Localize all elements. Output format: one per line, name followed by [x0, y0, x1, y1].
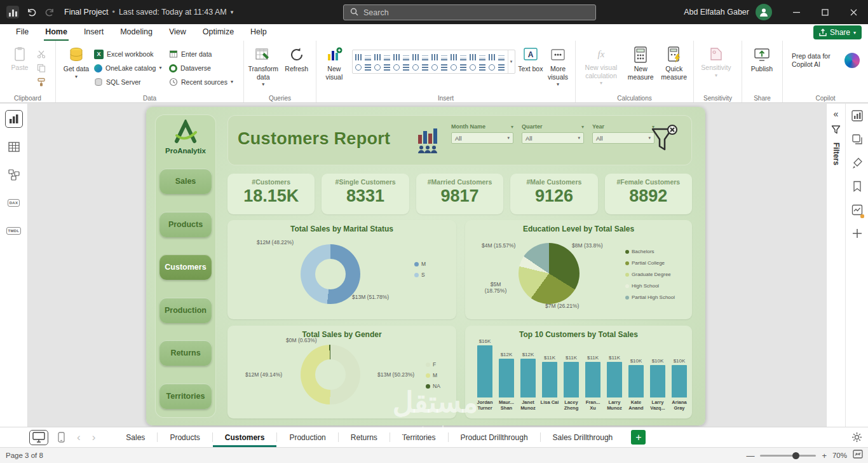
nav-button-customers[interactable]: Customers: [159, 254, 212, 280]
publish-button[interactable]: Publish: [745, 43, 779, 73]
page-tab-returns[interactable]: Returns: [339, 427, 390, 447]
enter-data-item[interactable]: Enter data: [169, 48, 240, 60]
nav-button-returns[interactable]: Returns: [159, 340, 212, 366]
legend-item-m[interactable]: M: [426, 372, 440, 378]
tmdl-view-icon[interactable]: TMDL: [5, 222, 23, 240]
next-page-icon[interactable]: ›: [89, 431, 99, 444]
new-visual-button[interactable]: New visual: [319, 43, 349, 81]
filters-pane-label[interactable]: Filters: [832, 142, 841, 165]
expand-pane-icon[interactable]: «: [834, 109, 839, 119]
visual-type-icon[interactable]: [449, 62, 459, 72]
mobile-view-icon[interactable]: [53, 430, 69, 445]
report-canvas[interactable]: ProAnalytix SalesProductsCustomersProduc…: [28, 104, 826, 427]
legend-item-graduate-degree[interactable]: Graduate Degree: [625, 272, 675, 277]
menu-tab-help[interactable]: Help: [242, 24, 275, 41]
cut-icon[interactable]: [37, 48, 46, 60]
page-tab-territories[interactable]: Territories: [390, 427, 448, 447]
visual-type-icon[interactable]: [468, 62, 478, 72]
page-tab-product-drillthrough[interactable]: Product Drillthrough: [449, 427, 540, 447]
paste-button[interactable]: Paste: [3, 43, 37, 72]
get-data-button[interactable]: Get data ▾: [58, 43, 94, 79]
bar-column-larry-vazq[interactable]: $10KLarry Vazq...: [647, 336, 668, 416]
visual-type-icon[interactable]: [440, 62, 449, 72]
kpi-card-married-customers[interactable]: #Married Customers9817: [416, 174, 503, 214]
menu-tab-home[interactable]: Home: [37, 24, 76, 41]
dax-query-view-icon[interactable]: DAX: [5, 194, 23, 212]
visual-type-icon[interactable]: [440, 52, 449, 62]
legend-item-partial-college[interactable]: Partial College: [625, 260, 675, 266]
bar-column-lisa-cai[interactable]: $11KLisa Cai: [539, 336, 560, 416]
visual-type-icon[interactable]: [383, 62, 392, 72]
bar-column-fran-xu[interactable]: $11KFran... Xu: [582, 336, 604, 416]
zoom-in-button[interactable]: +: [822, 451, 827, 460]
page-tab-production[interactable]: Production: [277, 427, 337, 447]
visual-type-icon[interactable]: [459, 52, 468, 62]
copilot-button[interactable]: Prep data for Copilot AI: [785, 43, 864, 68]
chevron-down-icon[interactable]: ▾: [581, 124, 584, 130]
page-tab-customers[interactable]: Customers: [213, 427, 277, 447]
search-input[interactable]: [363, 8, 589, 17]
nav-button-sales[interactable]: Sales: [159, 169, 212, 194]
zoom-out-button[interactable]: —: [746, 451, 754, 460]
transform-data-button[interactable]: Transform data ▾: [247, 43, 280, 86]
bar-column-maur-shan[interactable]: $12KMaur... Shan: [496, 336, 517, 416]
visual-type-icon[interactable]: [459, 62, 468, 72]
visual-type-icon[interactable]: [487, 62, 497, 72]
slicer-dropdown[interactable]: All▾: [522, 132, 584, 144]
legend-item-bachelors[interactable]: Bachelors: [625, 249, 675, 254]
menu-tab-view[interactable]: View: [161, 24, 194, 41]
zoom-slider[interactable]: [760, 455, 816, 457]
document-title[interactable]: Final Project • Last saved: Today at 11:…: [64, 8, 233, 17]
visual-type-icon[interactable]: [487, 52, 497, 62]
bar-column-lacey-zheng[interactable]: $11KLacey Zheng: [560, 336, 582, 416]
visual-type-icon[interactable]: [402, 52, 411, 62]
visual-type-icon[interactable]: [411, 52, 421, 62]
menu-tab-file[interactable]: File: [8, 24, 37, 41]
format-painter-icon[interactable]: [37, 76, 46, 88]
donut-chart[interactable]: [301, 345, 360, 404]
slicer-dropdown[interactable]: All▾: [592, 132, 654, 144]
visual-type-icon[interactable]: [363, 62, 373, 72]
settings-gear-icon[interactable]: [851, 432, 862, 445]
page-tab-sales-drillthrough[interactable]: Sales Drillthrough: [541, 427, 625, 447]
visual-type-icon[interactable]: [478, 52, 487, 62]
page-tab-products[interactable]: Products: [158, 427, 212, 447]
maximize-button[interactable]: [811, 0, 839, 24]
model-view-icon[interactable]: [5, 166, 23, 184]
new-measure-button[interactable]: New measure: [624, 43, 658, 81]
format-pane-icon[interactable]: [851, 157, 863, 171]
visual-type-icon[interactable]: [449, 52, 459, 62]
close-button[interactable]: [839, 0, 868, 24]
desktop-view-icon[interactable]: [29, 430, 48, 445]
visual-type-icon[interactable]: [392, 62, 402, 72]
report-view-icon[interactable]: [5, 110, 23, 128]
visual-type-icon[interactable]: [383, 52, 392, 62]
menu-tab-insert[interactable]: Insert: [76, 24, 112, 41]
copy-icon[interactable]: [37, 62, 46, 74]
quick-measure-button[interactable]: Quick measure: [657, 43, 691, 81]
fit-to-page-icon[interactable]: [853, 450, 863, 461]
pie-chart[interactable]: [519, 243, 580, 304]
visual-type-icon[interactable]: [373, 52, 383, 62]
visual-type-icon[interactable]: [363, 52, 373, 62]
user-avatar[interactable]: [756, 4, 772, 20]
dataverse-item[interactable]: Dataverse: [169, 62, 240, 74]
bar-column-kate-anand[interactable]: $10KKate Anand: [625, 336, 647, 416]
share-button[interactable]: Share ▾: [813, 25, 862, 39]
visual-type-icon[interactable]: [402, 62, 411, 72]
visual-type-icon[interactable]: [421, 62, 430, 72]
excel-workbook-item[interactable]: XExcel workbook: [94, 48, 169, 60]
visual-type-icon[interactable]: [392, 52, 402, 62]
undo-icon[interactable]: [25, 6, 37, 18]
redo-icon[interactable]: [43, 6, 56, 18]
menu-tab-optimize[interactable]: Optimize: [194, 24, 242, 41]
bookmarks-pane-icon[interactable]: [851, 181, 863, 195]
kpi-card-customers[interactable]: #Customers18.15K: [227, 174, 315, 214]
performance-pane-icon[interactable]: [851, 204, 863, 218]
visual-type-icon[interactable]: [421, 52, 430, 62]
visual-type-icon[interactable]: [354, 62, 363, 72]
table-view-icon[interactable]: [5, 138, 23, 156]
recent-sources-item[interactable]: Recent sources▾: [169, 76, 240, 88]
chart-total-sales-by-marital-status[interactable]: Total Sales by Marital Status $12M (48.2…: [227, 220, 456, 319]
visual-type-icon[interactable]: [373, 62, 383, 72]
